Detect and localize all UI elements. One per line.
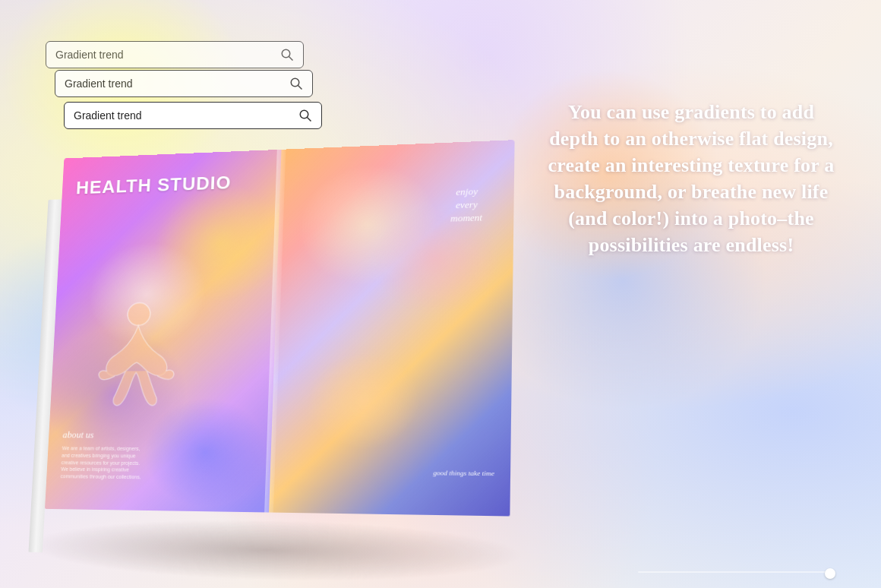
enjoy-text: enjoyeverymoment — [450, 185, 483, 226]
svg-line-5 — [307, 117, 311, 121]
scrollbar[interactable] — [638, 571, 835, 573]
search-icon-1 — [280, 48, 294, 62]
search-bar-3-text: Gradient trend — [74, 109, 292, 122]
right-blob-3 — [301, 348, 425, 454]
scrollbar-thumb[interactable] — [825, 568, 835, 579]
book-right-page: enjoyeverymoment good things take time — [269, 140, 515, 516]
about-us-text: We are a team of artists, designers,and … — [60, 445, 142, 482]
book-left-page: HEALTH STUDIO about us We are a team of … — [45, 150, 282, 513]
svg-line-3 — [298, 85, 302, 89]
description-paragraph: You can use gradients to add depth to an… — [547, 99, 835, 259]
search-icon-2 — [289, 77, 303, 90]
svg-point-6 — [127, 302, 150, 325]
search-bar-1[interactable]: Gradient trend — [46, 41, 304, 68]
svg-line-1 — [289, 56, 292, 60]
yoga-figure — [90, 293, 182, 437]
svg-point-4 — [300, 110, 308, 119]
about-us-label: about us — [62, 429, 143, 441]
search-bars-container: Gradient trend Gradient trend Gradient t… — [46, 38, 322, 134]
book: HEALTH STUDIO about us We are a team of … — [34, 140, 521, 564]
svg-point-0 — [282, 49, 290, 58]
about-us-section: about us We are a team of artists, desig… — [60, 429, 143, 481]
search-bar-3[interactable]: Gradient trend — [64, 102, 322, 129]
svg-point-2 — [291, 78, 299, 87]
search-icon-3 — [298, 109, 312, 122]
search-bar-2-text: Gradient trend — [65, 77, 283, 90]
description-text-container: You can use gradients to add depth to an… — [547, 99, 835, 259]
good-things-text: good things take time — [433, 469, 494, 477]
search-bar-2[interactable]: Gradient trend — [55, 70, 313, 97]
search-bar-1-text: Gradient trend — [55, 49, 274, 61]
